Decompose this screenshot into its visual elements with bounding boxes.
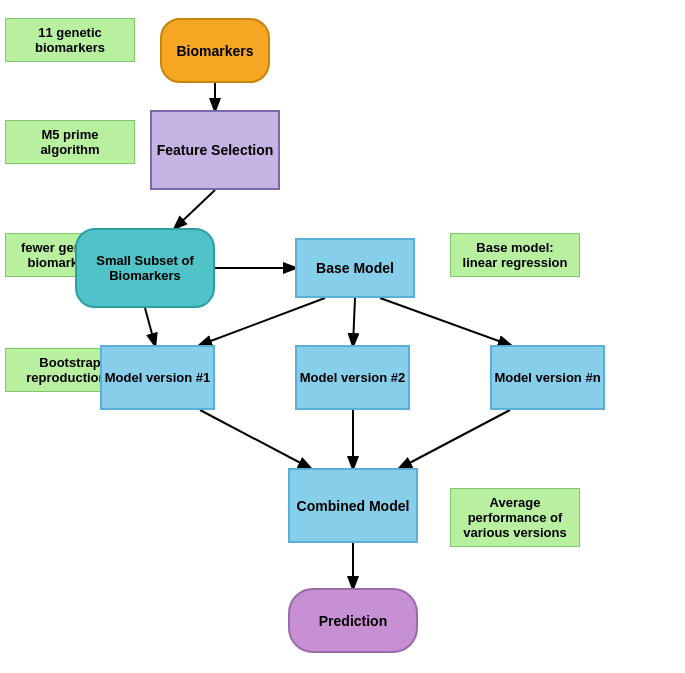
svg-line-9 (400, 410, 510, 468)
base-model-info-text: Base model: linear regression (459, 240, 571, 270)
prediction-label: Prediction (319, 613, 387, 629)
label-avg-performance: Average performance of various versions (450, 488, 580, 547)
label-m5-prime: M5 prime algorithm (5, 120, 135, 164)
svg-line-3 (200, 298, 325, 345)
svg-line-4 (353, 298, 355, 345)
avg-performance-text: Average performance of various versions (459, 495, 571, 540)
m5-prime-text: M5 prime algorithm (14, 127, 126, 157)
small-subset-node: Small Subset of Biomarkers (75, 228, 215, 308)
biomarkers-label: Biomarkers (176, 43, 253, 59)
model-v1-node: Model version #1 (100, 345, 215, 410)
feature-selection-node: Feature Selection (150, 110, 280, 190)
genetic-biomarkers-text: 11 genetic biomarkers (14, 25, 126, 55)
svg-line-1 (175, 190, 215, 228)
combined-model-label: Combined Model (297, 498, 410, 514)
model-v2-node: Model version #2 (295, 345, 410, 410)
model-vn-label: Model version #n (494, 370, 600, 385)
model-vn-node: Model version #n (490, 345, 605, 410)
model-v1-label: Model version #1 (105, 370, 210, 385)
svg-line-7 (200, 410, 310, 468)
model-v2-label: Model version #2 (300, 370, 405, 385)
label-genetic-biomarkers: 11 genetic biomarkers (5, 18, 135, 62)
base-model-node: Base Model (295, 238, 415, 298)
label-base-model-info: Base model: linear regression (450, 233, 580, 277)
biomarkers-node: Biomarkers (160, 18, 270, 83)
diagram: 11 genetic biomarkers M5 prime algorithm… (0, 0, 685, 673)
svg-line-5 (380, 298, 510, 345)
base-model-label: Base Model (316, 260, 394, 276)
small-subset-label: Small Subset of Biomarkers (77, 253, 213, 283)
arrows (0, 0, 685, 673)
feature-selection-label: Feature Selection (157, 142, 274, 158)
svg-line-6 (145, 308, 155, 345)
prediction-node: Prediction (288, 588, 418, 653)
combined-model-node: Combined Model (288, 468, 418, 543)
